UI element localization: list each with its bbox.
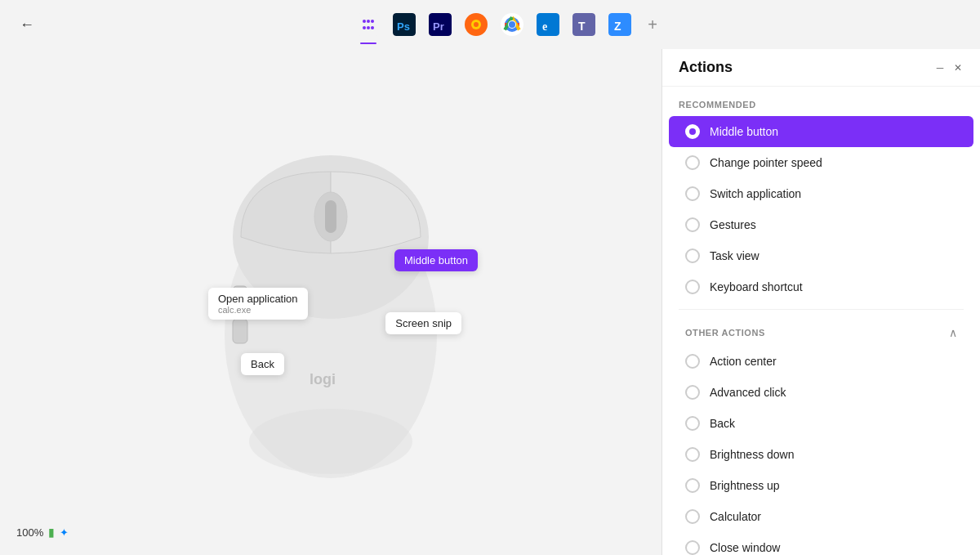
panel-title: Actions bbox=[679, 59, 733, 76]
callout-screen-snip[interactable]: Screen snip bbox=[385, 312, 461, 334]
radio-back bbox=[685, 416, 700, 431]
action-item-middle-button[interactable]: Middle button bbox=[669, 116, 973, 147]
action-item-brightness-down[interactable]: Brightness down bbox=[669, 439, 973, 470]
svg-point-5 bbox=[367, 26, 370, 29]
action-label-close-window: Close window bbox=[710, 541, 780, 554]
add-app-button[interactable]: + bbox=[641, 13, 664, 36]
chevron-up-icon: ∧ bbox=[949, 326, 957, 339]
other-actions-label: OTHER ACTIONS bbox=[685, 328, 765, 338]
radio-inner bbox=[689, 128, 696, 135]
svg-point-1 bbox=[363, 20, 366, 23]
action-item-calculator[interactable]: Calculator bbox=[669, 501, 973, 532]
svg-rect-29 bbox=[233, 319, 247, 343]
radio-change-pointer-speed bbox=[685, 155, 700, 170]
action-label-task-view: Task view bbox=[710, 249, 760, 262]
svg-point-6 bbox=[371, 26, 374, 29]
action-label-back: Back bbox=[710, 417, 735, 430]
mouse-visual-panel: 100% ▮ ✦ bbox=[0, 49, 662, 555]
svg-text:Pr: Pr bbox=[433, 20, 444, 33]
action-item-switch-application[interactable]: Switch application bbox=[669, 178, 973, 209]
action-label-keyboard-shortcut: Keyboard shortcut bbox=[710, 280, 803, 293]
action-item-task-view[interactable]: Task view bbox=[669, 240, 973, 271]
svg-text:logi: logi bbox=[310, 371, 336, 387]
callout-back[interactable]: Back bbox=[241, 353, 284, 375]
app-icon-firefox[interactable] bbox=[461, 10, 491, 39]
action-label-gestures: Gestures bbox=[710, 218, 756, 231]
radio-close-window bbox=[685, 540, 700, 555]
app-icon-edge[interactable]: e bbox=[533, 10, 563, 39]
svg-text:Z: Z bbox=[614, 20, 621, 33]
action-label-calculator: Calculator bbox=[710, 510, 761, 523]
callout-open-application[interactable]: Open application calc.exe bbox=[208, 288, 308, 320]
svg-point-13 bbox=[474, 22, 479, 27]
battery-percent: 100% bbox=[16, 526, 43, 539]
main-content: 100% ▮ ✦ bbox=[0, 49, 980, 555]
svg-point-2 bbox=[367, 20, 370, 23]
minimize-button[interactable]: ─ bbox=[934, 62, 946, 74]
svg-text:T: T bbox=[578, 20, 586, 33]
radio-task-view bbox=[685, 248, 700, 263]
action-item-gestures[interactable]: Gestures bbox=[669, 209, 973, 240]
open-app-sub: calc.exe bbox=[218, 305, 298, 315]
app-icon-photoshop[interactable]: Ps bbox=[390, 10, 419, 39]
action-item-keyboard-shortcut[interactable]: Keyboard shortcut bbox=[669, 271, 973, 302]
app-icon-logitech[interactable] bbox=[354, 10, 383, 39]
action-label-advanced-click: Advanced click bbox=[710, 386, 786, 399]
action-item-action-center[interactable]: Action center bbox=[669, 346, 973, 377]
actions-list: RECOMMENDED Middle button Change pointer… bbox=[662, 87, 980, 555]
app-icon-premiere[interactable]: Pr bbox=[425, 10, 455, 39]
mouse-diagram: logi Middle button Open application calc… bbox=[159, 90, 502, 515]
action-item-change-pointer-speed[interactable]: Change pointer speed bbox=[669, 147, 973, 178]
app-icon-list: Ps Pr bbox=[354, 10, 664, 39]
close-button[interactable]: ✕ bbox=[952, 62, 964, 74]
radio-calculator bbox=[685, 509, 700, 524]
bluetooth-icon: ✦ bbox=[60, 526, 69, 539]
window-controls: ─ ✕ bbox=[934, 62, 964, 74]
svg-point-4 bbox=[363, 26, 366, 29]
svg-rect-27 bbox=[325, 200, 336, 233]
radio-brightness-up bbox=[685, 478, 700, 493]
other-actions-section-header[interactable]: OTHER ACTIONS ∧ bbox=[669, 316, 973, 346]
actions-panel: Actions ─ ✕ RECOMMENDED Middle button Ch… bbox=[662, 49, 980, 555]
svg-point-31 bbox=[249, 409, 412, 474]
svg-point-17 bbox=[509, 21, 515, 28]
svg-text:Ps: Ps bbox=[397, 20, 410, 33]
radio-gestures bbox=[685, 217, 700, 232]
action-label-action-center: Action center bbox=[710, 355, 777, 368]
action-item-close-window[interactable]: Close window bbox=[669, 532, 973, 555]
radio-advanced-click bbox=[685, 385, 700, 400]
topbar: ← Ps Pr bbox=[0, 0, 980, 49]
section-divider bbox=[679, 309, 964, 310]
svg-rect-0 bbox=[357, 13, 380, 36]
battery-icon: ▮ bbox=[48, 526, 55, 539]
recommended-section-label: RECOMMENDED bbox=[662, 96, 980, 116]
action-label-brightness-up: Brightness up bbox=[710, 479, 780, 492]
svg-text:e: e bbox=[542, 20, 547, 33]
callout-middle-button[interactable]: Middle button bbox=[394, 249, 478, 271]
radio-action-center bbox=[685, 354, 700, 369]
radio-keyboard-shortcut bbox=[685, 280, 700, 294]
radio-switch-application bbox=[685, 186, 700, 201]
battery-info: 100% ▮ ✦ bbox=[16, 526, 69, 539]
action-item-advanced-click[interactable]: Advanced click bbox=[669, 377, 973, 408]
action-item-back[interactable]: Back bbox=[669, 408, 973, 439]
action-item-brightness-up[interactable]: Brightness up bbox=[669, 470, 973, 501]
back-button[interactable]: ← bbox=[13, 13, 41, 37]
action-label-middle-button: Middle button bbox=[710, 125, 778, 138]
svg-rect-18 bbox=[537, 13, 559, 36]
action-label-change-pointer-speed: Change pointer speed bbox=[710, 156, 822, 169]
action-label-switch-application: Switch application bbox=[710, 187, 801, 200]
radio-middle-button bbox=[685, 124, 700, 139]
panel-titlebar: Actions ─ ✕ bbox=[662, 49, 980, 87]
app-icon-chrome[interactable] bbox=[497, 10, 527, 39]
action-label-brightness-down: Brightness down bbox=[710, 448, 795, 461]
app-icon-teams[interactable]: T bbox=[569, 10, 599, 39]
app-icon-zoom[interactable]: Z bbox=[605, 10, 635, 39]
radio-brightness-down bbox=[685, 447, 700, 462]
svg-point-3 bbox=[371, 20, 374, 23]
